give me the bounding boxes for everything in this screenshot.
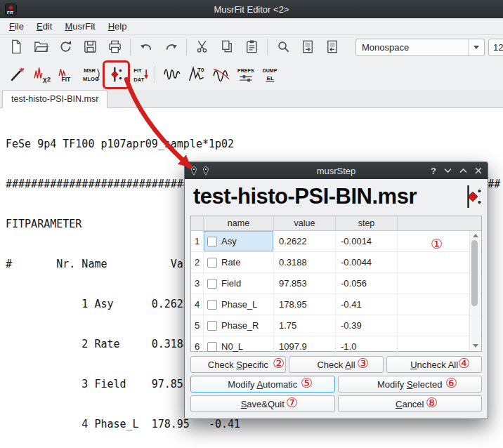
param-value-cell[interactable]: 0.2622 — [274, 231, 336, 251]
font-size-value: 12 — [493, 42, 503, 53]
find-button[interactable] — [273, 37, 294, 58]
undo-icon — [138, 39, 155, 55]
col-header-value[interactable]: value — [274, 216, 336, 230]
reload-button[interactable] — [55, 37, 76, 58]
cut-button[interactable] — [192, 37, 213, 58]
param-name: N0_L — [221, 341, 243, 352]
pin-icon — [201, 166, 211, 176]
musrfit-wizard-button[interactable] — [6, 61, 30, 88]
col-header-step[interactable]: step — [336, 216, 398, 230]
musrdump-button[interactable]: DUMPEL — [259, 61, 282, 88]
param-value-cell[interactable]: 0.3188 — [274, 252, 336, 272]
param-step-cell[interactable]: -1.0 — [336, 336, 398, 357]
help-button[interactable]: ? — [431, 166, 436, 176]
msr-mlog-swap-button[interactable]: MSRMLOG — [79, 61, 103, 88]
svg-text:PREFS: PREFS — [237, 68, 254, 73]
param-step-cell[interactable]: -0.0044 — [336, 252, 398, 272]
param-value-cell[interactable]: 97.853 — [274, 273, 336, 294]
window-titlebar[interactable]: FIT MusrFit Editor <2> — [0, 0, 503, 18]
menu-edit[interactable]: Edit — [30, 19, 58, 34]
toolbar-separator — [267, 39, 268, 55]
row-number[interactable]: 2 — [191, 252, 204, 272]
musrview-button[interactable] — [160, 61, 184, 88]
tab-label: test-histo-PSI-BIN.msr — [11, 94, 98, 104]
param-step-cell[interactable]: -0.41 — [336, 294, 398, 315]
param-step-cell[interactable]: -0.0014 — [336, 231, 398, 251]
row-checkbox[interactable] — [207, 300, 217, 310]
param-name-cell[interactable]: N0_L — [204, 336, 274, 357]
close-icon[interactable] — [475, 167, 482, 174]
col-header-name[interactable]: name — [204, 216, 274, 230]
redo-button[interactable] — [160, 37, 181, 58]
param-value-cell[interactable]: 1097.9 — [274, 336, 336, 357]
undo-button[interactable] — [136, 37, 157, 58]
find-next-button[interactable] — [297, 37, 318, 58]
tabbar: test-histo-PSI-BIN.msr — [0, 90, 503, 108]
minimize-icon[interactable] — [444, 168, 452, 173]
find-previous-icon — [325, 39, 341, 55]
check-specific-button[interactable]: Check Specific — [190, 356, 286, 373]
copy-button[interactable] — [216, 37, 237, 58]
menu-help[interactable]: Help — [102, 19, 133, 34]
row-number[interactable]: 5 — [191, 315, 204, 336]
dialog-titlebar[interactable]: musrStep ? — [185, 162, 488, 179]
musrfft-button[interactable] — [209, 61, 233, 88]
row-checkbox[interactable] — [207, 279, 217, 289]
param-name-cell[interactable]: Asy — [204, 231, 274, 251]
modify-selected-button[interactable]: Modify Selected — [338, 376, 483, 393]
open-file-button[interactable] — [30, 37, 51, 58]
musrfit-fit-button[interactable]: FIT — [55, 61, 79, 88]
col-header-blank — [398, 216, 481, 230]
svg-text:FIT: FIT — [7, 10, 13, 14]
table-scrollbar[interactable] — [469, 231, 481, 350]
menu-file[interactable]: File — [3, 19, 30, 34]
row-checkbox[interactable] — [207, 237, 217, 246]
fit-dat-button[interactable]: FITDAT — [129, 61, 152, 88]
param-name-cell[interactable]: Rate — [204, 252, 274, 272]
scroll-down-arrow-icon[interactable] — [470, 342, 481, 350]
param-step-cell[interactable]: -0.39 — [336, 315, 398, 336]
param-name-cell[interactable]: Field — [204, 273, 274, 294]
tab-msr-file[interactable]: test-histo-PSI-BIN.msr — [2, 90, 107, 108]
param-name-cell[interactable]: Phase_L — [204, 294, 274, 315]
new-file-button[interactable] — [6, 37, 27, 58]
param-step-cell[interactable]: -0.056 — [336, 273, 398, 294]
font-size-spinbox[interactable]: 12 — [488, 39, 503, 56]
editor-line: FeSe 9p4 TF100 p107apr09_sample*1p02 — [6, 138, 503, 151]
scrollbar-thumb[interactable] — [471, 240, 478, 306]
musrprefs-button[interactable]: PREFS — [234, 61, 258, 88]
row-checkbox[interactable] — [207, 258, 217, 268]
button-label: Save&Quit — [241, 399, 285, 409]
row-number[interactable]: 6 — [191, 336, 204, 357]
row-number[interactable]: 4 — [191, 294, 204, 315]
row-number[interactable]: 1 — [191, 231, 204, 251]
print-button[interactable] — [104, 37, 125, 58]
musrfit-chi2-button[interactable]: χ2 — [30, 61, 54, 88]
menu-musrfit[interactable]: MusrFit — [58, 19, 101, 34]
toolbar-separator — [155, 66, 155, 83]
musrt0-button[interactable]: T0 — [185, 61, 209, 88]
find-previous-button[interactable] — [322, 37, 343, 58]
param-value-cell[interactable]: 1.75 — [274, 315, 336, 336]
cancel-button[interactable]: Cancel — [338, 395, 483, 412]
save-quit-button[interactable]: Save&Quit — [190, 395, 335, 412]
row-number[interactable]: 3 — [191, 273, 204, 294]
callout-8: ⑧ — [426, 396, 438, 410]
prefs-icon: PREFS — [237, 65, 255, 84]
copy-icon — [219, 39, 235, 55]
row-checkbox[interactable] — [207, 321, 217, 331]
row-checkbox[interactable] — [207, 342, 217, 352]
font-family-value: Monospace — [356, 42, 468, 53]
param-value-cell[interactable]: 178.95 — [274, 294, 336, 315]
modify-automatic-button[interactable]: Modify Automatic — [190, 376, 335, 393]
paste-button[interactable] — [241, 37, 262, 58]
font-family-combo[interactable]: Monospace — [355, 39, 485, 56]
save-button[interactable] — [79, 37, 100, 58]
param-name-cell[interactable]: Phase_R — [204, 315, 274, 336]
search-icon — [275, 39, 292, 55]
dialog-heading: test-histo-PSI-BIN.msr — [193, 184, 464, 209]
annotation-highlight-box — [103, 60, 130, 89]
scroll-up-arrow-icon[interactable] — [470, 232, 481, 239]
check-all-button[interactable]: Check All — [289, 356, 384, 373]
maximize-icon[interactable] — [459, 168, 467, 173]
